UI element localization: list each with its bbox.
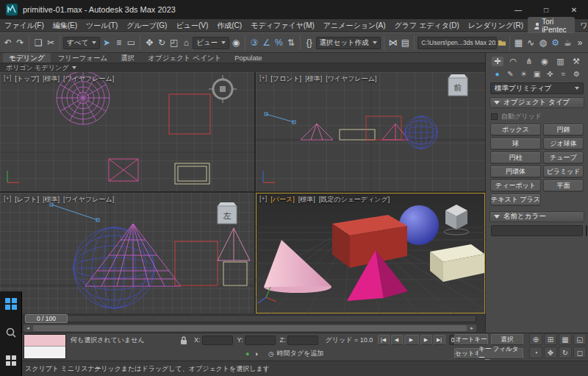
menu-graph-editors[interactable]: グラフ エディタ(D) bbox=[390, 19, 464, 32]
curve-editor-icon[interactable]: ∿ bbox=[525, 35, 537, 50]
create-tab-icon[interactable]: ✛ bbox=[492, 57, 503, 66]
field-of-view-button[interactable]: ◔ bbox=[529, 347, 542, 358]
menu-modifiers[interactable]: モディファイヤ(M) bbox=[246, 19, 319, 32]
align-icon[interactable]: ▤ bbox=[400, 35, 412, 50]
selected-filter-dropdown[interactable]: 選択 bbox=[491, 334, 523, 345]
utilities-tab-icon[interactable]: ⚒ bbox=[570, 57, 582, 66]
viewport-shading-label[interactable]: [ワイヤフレーム] bbox=[63, 74, 114, 84]
geometry-category-icon[interactable]: ● bbox=[492, 70, 503, 78]
add-time-tag[interactable]: 時間タグを追加 bbox=[277, 349, 324, 358]
project-folder-path[interactable]: C:\Users\pen...3ds Max 2023 bbox=[417, 37, 497, 49]
ribbon-tab-selection[interactable]: 選択 bbox=[115, 53, 140, 63]
viewport-shading-label[interactable]: [ワイヤフレーム] bbox=[63, 195, 114, 205]
windows-start-button[interactable] bbox=[4, 297, 18, 311]
degradation-indicator-icon[interactable]: ◑ bbox=[254, 350, 257, 358]
name-color-rollout-header[interactable]: 名前とカラー bbox=[490, 211, 584, 222]
time-slider-track[interactable] bbox=[24, 315, 476, 322]
redo-icon[interactable]: ↷ bbox=[15, 35, 26, 50]
motion-tab-icon[interactable]: ◉ bbox=[539, 57, 551, 66]
viewport-menu-plus[interactable]: [+] bbox=[259, 74, 267, 84]
viewport-left[interactable]: [+] [レフト] [標準] [ワイヤフレーム] bbox=[0, 193, 254, 313]
search-icon[interactable] bbox=[5, 327, 17, 338]
scene-explorer-icon[interactable]: ▦ bbox=[513, 35, 525, 50]
z-coordinate-field[interactable] bbox=[287, 336, 318, 345]
tube-button[interactable]: チューブ bbox=[544, 152, 583, 163]
viewport-style-label[interactable]: [標準] bbox=[298, 195, 315, 205]
hierarchy-tab-icon[interactable]: ⋔ bbox=[523, 57, 535, 66]
material-editor-icon[interactable]: ◍ bbox=[537, 35, 549, 50]
orbit-button[interactable]: ↻ bbox=[559, 347, 572, 358]
select-and-place-icon[interactable]: ⌂ bbox=[181, 35, 193, 50]
select-and-link-icon[interactable]: ❑ bbox=[32, 35, 44, 50]
ribbon-tab-populate[interactable]: Populate bbox=[229, 53, 268, 63]
menu-edit[interactable]: 編集(E) bbox=[49, 19, 82, 32]
menu-views[interactable]: ビュー(V) bbox=[171, 19, 212, 32]
zoom-extents-button[interactable]: ▦ bbox=[559, 333, 572, 345]
named-sets-dropdown[interactable]: 選択セット作成 bbox=[316, 37, 381, 49]
named-selection-sets-icon[interactable]: {} bbox=[304, 35, 315, 50]
geosphere-button[interactable]: ジオ球体 bbox=[544, 138, 583, 149]
viewport-name-label[interactable]: [パース] bbox=[270, 195, 294, 205]
pyramid-button[interactable]: ピラミッド bbox=[544, 166, 583, 177]
viewport-shading-label[interactable]: [ワイヤフレーム] bbox=[326, 74, 376, 84]
time-slider-handle[interactable]: 0 / 100 bbox=[25, 314, 68, 323]
track-bar-thumb[interactable] bbox=[33, 325, 467, 331]
viewport-shading-label[interactable]: [既定のシェーディング] bbox=[319, 195, 390, 205]
unlink-selection-icon[interactable]: ✂ bbox=[45, 35, 57, 50]
selection-region-icon[interactable]: ▭ bbox=[126, 35, 137, 50]
viewport-perspective[interactable]: [+] [パース] [標準] [既定のシェーディング] bbox=[256, 193, 485, 313]
viewport-style-label[interactable]: [標準] bbox=[305, 74, 322, 84]
viewport-name-label[interactable]: [フロント] bbox=[270, 74, 301, 84]
ribbon-tab-object-paint[interactable]: オブジェクト ペイント bbox=[142, 53, 227, 63]
next-frame-button[interactable]: ▶ bbox=[420, 335, 432, 345]
folder-icon[interactable] bbox=[498, 39, 506, 46]
plane-button[interactable]: 平面 bbox=[544, 180, 583, 191]
maxscript-mini-listener[interactable] bbox=[24, 334, 66, 359]
minimize-button[interactable]: — bbox=[504, 0, 532, 19]
cameras-category-icon[interactable]: ▣ bbox=[531, 70, 542, 78]
spacewarps-category-icon[interactable]: ≈ bbox=[558, 70, 569, 78]
textplus-button[interactable]: テキスト プラス bbox=[491, 194, 540, 205]
toolbar-overflow-icon[interactable]: » bbox=[574, 35, 586, 50]
viewport-menu-plus[interactable]: [+] bbox=[4, 195, 11, 205]
x-coordinate-field[interactable] bbox=[202, 336, 233, 345]
signin-user-chip[interactable]: Tori iPentec bbox=[528, 17, 574, 35]
listener-macro-line[interactable] bbox=[24, 335, 65, 347]
select-by-name-icon[interactable]: ≡ bbox=[113, 35, 125, 50]
go-to-start-button[interactable]: |◀ bbox=[378, 335, 390, 345]
lights-category-icon[interactable]: ☀ bbox=[518, 70, 529, 78]
viewport-front[interactable]: [+] [フロント] [標準] [ワイヤフレーム] bbox=[256, 72, 485, 191]
teapot-button[interactable]: ティーポット bbox=[491, 180, 540, 191]
object-type-rollout-header[interactable]: オブジェクト タイプ bbox=[490, 97, 584, 108]
go-to-end-button[interactable]: ▶| bbox=[434, 335, 445, 345]
primitive-category-dropdown[interactable]: 標準プリミティブ bbox=[490, 82, 584, 94]
modify-tab-icon[interactable]: ◠ bbox=[507, 57, 519, 66]
object-name-field[interactable] bbox=[491, 225, 583, 236]
viewport-menu-plus[interactable]: [+] bbox=[4, 74, 11, 84]
use-pivot-center-icon[interactable]: ◉ bbox=[230, 35, 242, 50]
menu-tools[interactable]: ツール(T) bbox=[82, 19, 122, 32]
viewport-name-label[interactable]: [レフト] bbox=[15, 195, 39, 205]
scroll-right-icon[interactable]: ▸ bbox=[467, 325, 476, 331]
menu-create[interactable]: 作成(C) bbox=[212, 19, 246, 32]
autogrid-checkbox[interactable] bbox=[491, 113, 498, 120]
zoom-button[interactable]: ⊕ bbox=[529, 333, 542, 345]
render-setup-icon[interactable]: ⚙ bbox=[550, 35, 562, 50]
object-color-swatch[interactable] bbox=[586, 225, 587, 236]
scroll-left-icon[interactable]: ◂ bbox=[24, 325, 32, 331]
menu-rendering[interactable]: レンダリング(R) bbox=[464, 19, 528, 32]
percent-snap-icon[interactable]: % bbox=[273, 35, 284, 50]
selection-lock-icon[interactable] bbox=[179, 336, 188, 345]
key-filters-button[interactable]: キー フィルター... bbox=[478, 348, 523, 359]
autogrid-checkbox-row[interactable]: 自動グリッド bbox=[491, 111, 583, 121]
viewport-name-label[interactable]: [トップ] bbox=[15, 74, 39, 84]
viewport-menu-plus[interactable]: [+] bbox=[259, 195, 267, 205]
helpers-category-icon[interactable]: ✜ bbox=[545, 70, 556, 78]
cylinder-button[interactable]: 円柱 bbox=[491, 152, 540, 163]
cone-button[interactable]: 円錐 bbox=[544, 124, 583, 135]
menu-file[interactable]: ファイル(F) bbox=[0, 19, 49, 32]
workspace-selector[interactable]: ワークスペース: 既定値 bbox=[581, 21, 588, 31]
select-object-icon[interactable]: ➤ bbox=[101, 35, 112, 50]
viewport-style-label[interactable]: [標準] bbox=[43, 195, 60, 205]
reference-coordinate-dropdown[interactable]: ビュー bbox=[193, 37, 229, 49]
